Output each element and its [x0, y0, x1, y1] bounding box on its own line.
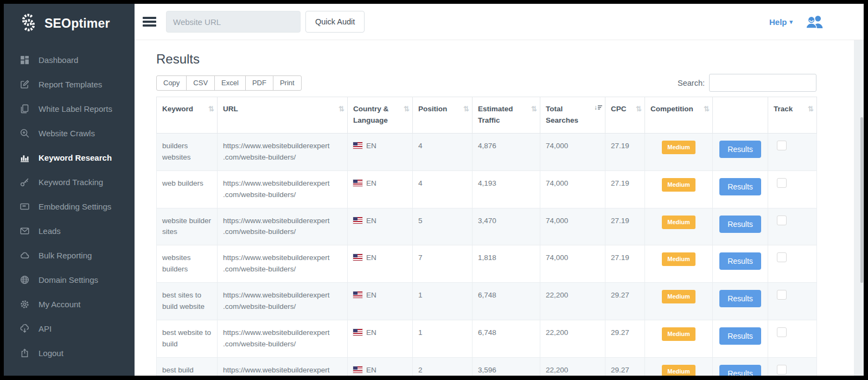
table-row: website builder sites https://www.websit…	[157, 208, 817, 245]
sidebar-item-embedding-settings[interactable]: Embedding Settings	[4, 194, 135, 219]
results-button[interactable]: Results	[719, 141, 761, 158]
sort-icon[interactable]: ⇅	[208, 104, 214, 115]
table-toolbar: Copy CSV Excel PDF Print Search:	[156, 74, 816, 92]
actions-cell: Results	[713, 320, 768, 358]
total-searches-cell: 22,200	[540, 320, 605, 358]
track-cell	[768, 133, 817, 170]
us-flag-icon	[353, 254, 362, 261]
brand-logo[interactable]: SEOptimer	[4, 4, 135, 40]
track-cell	[768, 208, 817, 245]
website-url-input[interactable]	[166, 11, 301, 33]
sidebar-item-leads[interactable]: Leads	[4, 219, 135, 243]
country-language-cell: EN	[348, 320, 413, 358]
track-checkbox[interactable]	[777, 141, 787, 150]
track-checkbox[interactable]	[777, 290, 787, 300]
sidebar-item-label: API	[39, 324, 52, 333]
column-header-cpc[interactable]: CPC⇅	[605, 97, 645, 134]
sidebar-item-website-crawls[interactable]: Website Crawls	[4, 121, 135, 145]
menu-icon[interactable]	[143, 15, 156, 29]
quick-audit-button[interactable]: Quick Audit	[305, 11, 365, 33]
sidebar-item-label: Bulk Reporting	[39, 251, 92, 260]
competition-cell: Medium	[645, 245, 713, 283]
sort-icon[interactable]: ⇅	[404, 104, 410, 115]
table-row: best build website https://www.websitebu…	[157, 357, 817, 376]
csv-button[interactable]: CSV	[186, 75, 215, 91]
competition-badge: Medium	[662, 216, 695, 229]
sort-descending-icon[interactable]: ↓	[594, 104, 602, 111]
column-header-track[interactable]: Track⇅	[768, 97, 817, 134]
column-header-competition[interactable]: Competition⇅	[645, 97, 713, 134]
copy-button[interactable]: Copy	[156, 75, 187, 91]
competition-cell: Medium	[645, 357, 713, 376]
track-checkbox[interactable]	[777, 216, 787, 225]
column-header-position[interactable]: Position⇅	[413, 97, 473, 134]
column-header-estimated-traffic[interactable]: Estimated Traffic⇅	[473, 97, 540, 134]
table-row: web builders https://www.websitebuildere…	[157, 170, 817, 208]
results-button[interactable]: Results	[719, 365, 761, 376]
sidebar-item-bulk-reporting[interactable]: Bulk Reporting	[4, 243, 135, 268]
column-header-total-searches[interactable]: Total Searches↓	[540, 97, 605, 134]
actions-cell: Results	[713, 170, 768, 208]
excel-button[interactable]: Excel	[214, 75, 246, 91]
results-button[interactable]: Results	[719, 216, 761, 233]
sidebar: SEOptimer DashboardReport TemplatesWhite…	[4, 4, 135, 376]
estimated-traffic-cell: 6,748	[473, 283, 540, 320]
user-accounts-icon[interactable]	[806, 15, 824, 29]
country-language-cell: EN	[348, 283, 413, 320]
sort-icon[interactable]: ⇅	[531, 104, 537, 115]
sidebar-item-report-templates[interactable]: Report Templates	[4, 72, 135, 97]
track-checkbox[interactable]	[777, 327, 787, 337]
total-searches-cell: 74,000	[540, 170, 605, 208]
estimated-traffic-cell: 3,470	[473, 208, 540, 245]
results-button[interactable]: Results	[719, 327, 761, 345]
help-label: Help	[769, 17, 787, 27]
column-header-url[interactable]: URL⇅	[218, 97, 348, 134]
sidebar-item-label: Website Crawls	[39, 129, 95, 138]
pdf-button[interactable]: PDF	[245, 75, 273, 91]
help-dropdown[interactable]: Help ▾	[769, 17, 793, 27]
sidebar-item-dashboard[interactable]: Dashboard	[4, 48, 135, 72]
results-button[interactable]: Results	[719, 252, 761, 270]
sidebar-item-my-account[interactable]: My Account	[4, 292, 135, 316]
track-checkbox[interactable]	[777, 365, 787, 375]
sort-icon[interactable]: ⇅	[808, 104, 814, 115]
search-label: Search:	[678, 79, 705, 87]
scrollbar-track[interactable]	[854, 40, 864, 376]
search-input[interactable]	[709, 74, 816, 92]
sidebar-item-api[interactable]: API	[4, 316, 135, 341]
keyword-cell: builders websites	[157, 133, 218, 170]
sidebar-item-keyword-research[interactable]: Keyword Research	[4, 145, 135, 170]
sidebar-item-logout[interactable]: Logout	[4, 341, 135, 365]
dashboard-icon	[20, 55, 29, 65]
sidebar-item-keyword-tracking[interactable]: Keyword Tracking	[4, 170, 135, 194]
brand-name: SEOptimer	[44, 16, 110, 31]
column-header-country-language[interactable]: Country & Language⇅	[348, 97, 413, 134]
cpc-cell: 29.27	[605, 320, 645, 358]
competition-badge: Medium	[662, 252, 695, 266]
actions-cell: Results	[713, 245, 768, 283]
sidebar-item-domain-settings[interactable]: Domain Settings	[4, 268, 135, 292]
track-checkbox[interactable]	[777, 178, 787, 188]
keyword-cell: web builders	[157, 170, 218, 208]
competition-badge: Medium	[662, 290, 695, 303]
table-row: builders websites https://www.websitebui…	[157, 133, 817, 170]
sort-icon[interactable]: ⇅	[339, 104, 344, 115]
country-language-cell: EN	[348, 245, 413, 283]
track-checkbox[interactable]	[777, 252, 787, 262]
keyword-research-icon	[20, 153, 29, 163]
sidebar-item-white-label-reports[interactable]: White Label Reports	[4, 97, 135, 121]
keyword-cell: best build website	[157, 357, 218, 376]
sidebar-item-label: Embedding Settings	[39, 202, 111, 211]
sort-icon[interactable]: ⇅	[636, 104, 642, 115]
us-flag-icon	[353, 292, 362, 298]
competition-badge: Medium	[662, 327, 695, 341]
results-button[interactable]: Results	[719, 178, 761, 195]
scrollbar-thumb[interactable]	[860, 117, 863, 283]
results-button[interactable]: Results	[719, 290, 761, 307]
sidebar-nav: DashboardReport TemplatesWhite Label Rep…	[4, 48, 135, 365]
sort-icon[interactable]: ⇅	[463, 104, 469, 115]
column-header-actions	[713, 97, 768, 134]
print-button[interactable]: Print	[273, 75, 302, 91]
column-header-keyword[interactable]: Keyword⇅	[157, 97, 218, 134]
sort-icon[interactable]: ⇅	[704, 104, 710, 115]
